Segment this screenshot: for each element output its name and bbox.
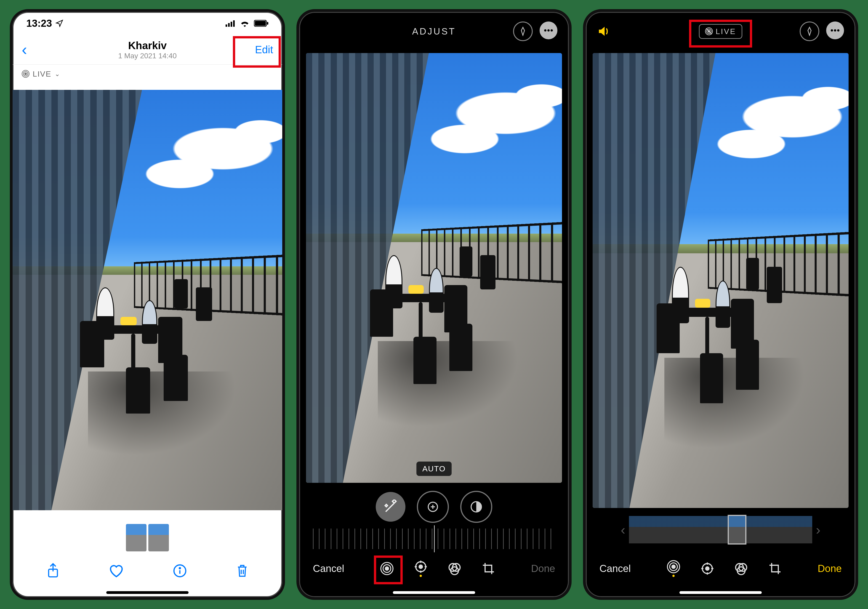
crop-tab-icon[interactable] bbox=[482, 562, 495, 575]
svg-point-21 bbox=[385, 567, 389, 570]
photos-detail-screen: 13:23 ‹ Kharkiv 1 May 2 bbox=[10, 9, 285, 600]
svg-point-16 bbox=[550, 29, 553, 31]
adjust-tab-icon[interactable] bbox=[701, 562, 714, 575]
auto-label: AUTO bbox=[416, 461, 452, 476]
svg-rect-0 bbox=[226, 25, 227, 27]
nav-bar: ‹ Kharkiv 1 May 2021 14:40 Edit bbox=[12, 35, 282, 65]
edit-footer: Cancel bbox=[299, 549, 569, 588]
live-tab-icon[interactable] bbox=[380, 562, 394, 575]
crop-tab-icon[interactable] bbox=[768, 562, 781, 575]
more-button[interactable] bbox=[539, 22, 557, 39]
live-toggle[interactable]: LIVE bbox=[699, 24, 742, 39]
live-toggle-label: LIVE bbox=[716, 27, 736, 36]
brilliance-button[interactable] bbox=[460, 491, 492, 523]
frame-thumb[interactable] bbox=[678, 516, 695, 544]
back-button[interactable]: ‹ bbox=[22, 40, 27, 59]
live-label: LIVE bbox=[33, 70, 51, 78]
frame-thumb[interactable] bbox=[763, 516, 779, 544]
svg-point-44 bbox=[706, 567, 709, 570]
home-indicator[interactable] bbox=[299, 588, 569, 597]
frame-thumb[interactable] bbox=[629, 516, 645, 544]
edit-live-screen: LIVE ‹ bbox=[583, 9, 858, 600]
exposure-button[interactable] bbox=[417, 491, 449, 523]
favorite-button[interactable] bbox=[108, 564, 124, 578]
edit-photo-canvas[interactable] bbox=[593, 53, 849, 508]
chevron-down-icon: ⌄ bbox=[54, 70, 60, 78]
svg-point-25 bbox=[419, 565, 423, 569]
film-prev-icon[interactable]: ‹ bbox=[617, 522, 629, 538]
info-button[interactable] bbox=[173, 564, 187, 578]
edit-header: LIVE bbox=[586, 12, 856, 51]
svg-point-13 bbox=[179, 568, 180, 569]
frame-thumb[interactable] bbox=[779, 516, 796, 544]
frame-thumb[interactable] bbox=[746, 516, 763, 544]
svg-point-7 bbox=[25, 73, 27, 75]
key-frame-strip[interactable]: ‹ › bbox=[586, 510, 856, 549]
svg-rect-2 bbox=[231, 22, 232, 27]
thumbnail-strip[interactable] bbox=[12, 522, 282, 554]
cancel-button[interactable]: Cancel bbox=[600, 563, 631, 574]
svg-rect-5 bbox=[255, 21, 266, 26]
edit-header: ADJUST bbox=[299, 12, 569, 51]
edit-photo-canvas[interactable]: AUTO bbox=[306, 53, 562, 483]
thumbnail[interactable] bbox=[126, 524, 147, 552]
edit-button[interactable]: Edit bbox=[255, 44, 273, 56]
done-button[interactable]: Done bbox=[818, 563, 842, 574]
thumbnail[interactable] bbox=[148, 524, 169, 552]
svg-point-14 bbox=[544, 29, 546, 31]
frame-thumb[interactable] bbox=[796, 516, 812, 544]
live-off-icon bbox=[705, 28, 713, 35]
frame-thumb[interactable] bbox=[662, 516, 678, 544]
status-bar: 13:23 bbox=[12, 12, 282, 35]
frame-thumb-selected[interactable] bbox=[728, 515, 746, 545]
battery-icon bbox=[254, 20, 268, 27]
photo-preview[interactable] bbox=[12, 90, 282, 510]
adjust-tab-icon[interactable] bbox=[414, 560, 427, 577]
home-indicator[interactable] bbox=[586, 588, 856, 597]
svg-rect-6 bbox=[267, 22, 268, 25]
markup-button[interactable] bbox=[513, 22, 533, 41]
share-button[interactable] bbox=[46, 562, 60, 579]
wifi-icon bbox=[240, 20, 250, 27]
svg-point-15 bbox=[547, 29, 550, 31]
delete-button[interactable] bbox=[236, 563, 249, 578]
photo-datetime: 1 May 2021 14:40 bbox=[12, 52, 282, 60]
adjust-controls bbox=[299, 485, 569, 528]
edit-adjust-screen: ADJUST AUTO bbox=[296, 9, 572, 600]
svg-point-40 bbox=[672, 565, 675, 569]
live-tab-icon[interactable] bbox=[667, 560, 680, 577]
svg-rect-1 bbox=[228, 23, 230, 27]
frame-thumb[interactable] bbox=[711, 516, 728, 544]
filters-tab-icon[interactable] bbox=[735, 562, 748, 575]
adjust-slider[interactable] bbox=[313, 528, 555, 549]
home-indicator[interactable] bbox=[12, 588, 282, 597]
photo-location-title: Kharkiv bbox=[12, 39, 282, 52]
film-next-icon[interactable]: › bbox=[812, 522, 824, 538]
edit-footer: Cancel Done bbox=[586, 549, 856, 588]
auto-enhance-button[interactable] bbox=[376, 492, 405, 522]
live-badge[interactable]: LIVE ⌄ bbox=[12, 65, 282, 83]
cellular-icon bbox=[226, 20, 236, 27]
done-button[interactable]: Done bbox=[531, 563, 555, 574]
filters-tab-icon[interactable] bbox=[448, 562, 461, 575]
bottom-toolbar bbox=[12, 554, 282, 588]
frame-thumb[interactable] bbox=[695, 516, 711, 544]
location-arrow-icon bbox=[55, 19, 64, 28]
frame-thumb[interactable] bbox=[645, 516, 662, 544]
live-icon bbox=[22, 70, 29, 78]
status-time: 13:23 bbox=[26, 18, 52, 29]
cancel-button[interactable]: Cancel bbox=[313, 563, 344, 574]
svg-rect-3 bbox=[233, 20, 235, 27]
